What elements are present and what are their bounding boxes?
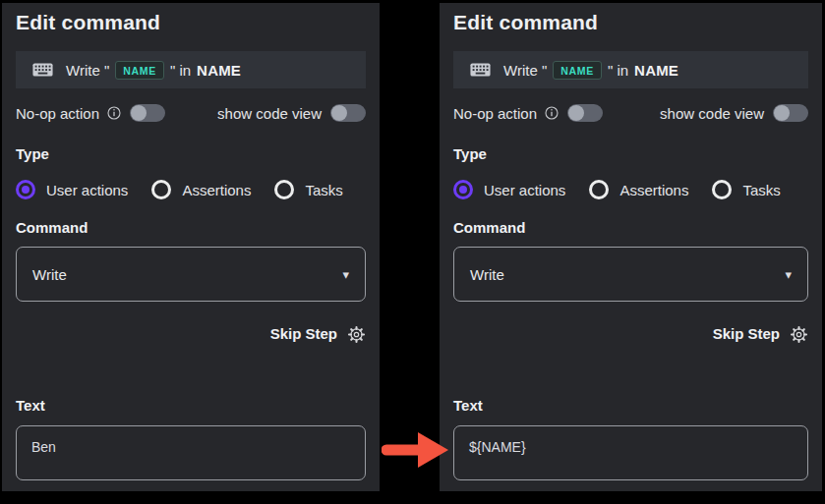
noop-toggle[interactable] <box>567 104 603 122</box>
type-radio-group: User actions Assertions Tasks <box>16 180 366 199</box>
command-target: NAME <box>634 62 678 79</box>
radio-assertions[interactable]: Assertions <box>151 180 251 199</box>
show-code-label: show code view <box>660 105 764 122</box>
skip-step-row: Skip Step <box>16 323 366 345</box>
radio-label: Assertions <box>182 182 251 198</box>
show-code-group: show code view <box>217 104 366 122</box>
noop-label: No-op action <box>16 105 99 122</box>
radio-tasks[interactable]: Tasks <box>712 180 780 199</box>
radio-unselected-icon <box>589 180 609 199</box>
text-input-value: Ben <box>31 439 56 455</box>
show-code-view-toggle[interactable] <box>773 104 808 122</box>
show-code-group: show code view <box>660 104 808 122</box>
command-infix: " in <box>170 62 191 79</box>
radio-user-actions[interactable]: User actions <box>16 180 128 199</box>
text-section-label: Text <box>453 397 808 415</box>
info-icon[interactable] <box>107 106 121 120</box>
text-section-label: Text <box>16 397 366 415</box>
noop-group: No-op action <box>16 104 165 122</box>
show-code-view-toggle[interactable] <box>330 104 366 122</box>
toggle-knob <box>331 105 347 121</box>
toggles-row: No-op action show code view <box>16 102 366 124</box>
command-select[interactable]: Write ▾ <box>16 247 366 302</box>
command-summary-bar: Write " NAME " in NAME <box>16 51 366 88</box>
noop-group: No-op action <box>453 104 603 122</box>
command-summary-text: Write " NAME " in NAME <box>503 61 678 80</box>
gear-icon[interactable] <box>790 325 808 344</box>
dialog-title: Edit command <box>16 10 366 35</box>
noop-label: No-op action <box>453 105 537 122</box>
text-input-value: ${NAME} <box>469 439 526 455</box>
radio-unselected-icon <box>151 180 171 199</box>
type-radio-group: User actions Assertions Tasks <box>453 180 808 199</box>
edit-command-dialog-before: Edit command Write " NAME " in NAME No-o… <box>2 3 380 491</box>
command-target: NAME <box>197 62 241 79</box>
radio-unselected-icon <box>712 180 732 199</box>
command-section-label: Command <box>453 219 808 237</box>
command-select-value: Write <box>32 266 67 283</box>
command-section-label: Command <box>16 219 366 237</box>
radio-label: User actions <box>46 182 128 198</box>
keyboard-icon <box>470 63 491 77</box>
toggle-knob <box>568 105 584 121</box>
dialog-title: Edit command <box>453 10 808 35</box>
radio-label: User actions <box>484 182 565 198</box>
text-input[interactable]: Ben <box>16 425 366 480</box>
command-summary-text: Write " NAME " in NAME <box>66 61 241 80</box>
radio-label: Tasks <box>305 182 342 198</box>
edit-command-dialog-after: Edit command Write " NAME " in NAME No-o… <box>440 3 822 491</box>
gear-icon[interactable] <box>347 325 366 344</box>
toggle-knob <box>774 105 790 121</box>
variable-badge: NAME <box>553 61 602 80</box>
chevron-down-icon: ▾ <box>785 268 792 281</box>
radio-tasks[interactable]: Tasks <box>274 180 342 199</box>
show-code-label: show code view <box>217 105 322 122</box>
skip-step-label: Skip Step <box>713 325 780 343</box>
command-summary-bar: Write " NAME " in NAME <box>453 51 808 88</box>
radio-user-actions[interactable]: User actions <box>453 180 565 199</box>
radio-selected-icon <box>453 180 473 199</box>
info-icon[interactable] <box>545 106 559 120</box>
type-section-label: Type <box>16 145 366 163</box>
radio-selected-icon <box>16 180 35 199</box>
skip-step-label: Skip Step <box>270 325 337 343</box>
radio-assertions[interactable]: Assertions <box>589 180 688 199</box>
type-section-label: Type <box>453 145 808 163</box>
skip-step-row: Skip Step <box>453 323 808 345</box>
radio-unselected-icon <box>274 180 294 199</box>
radio-label: Assertions <box>619 182 688 198</box>
arrow-right-icon <box>382 429 450 475</box>
command-prefix: Write " <box>503 62 547 79</box>
toggles-row: No-op action show code view <box>453 102 808 124</box>
radio-label: Tasks <box>742 182 780 198</box>
command-infix: " in <box>608 62 628 79</box>
variable-badge: NAME <box>115 61 164 80</box>
toggle-knob <box>131 105 147 121</box>
noop-toggle[interactable] <box>130 104 165 122</box>
chevron-down-icon: ▾ <box>342 268 349 281</box>
command-prefix: Write " <box>66 62 109 79</box>
keyboard-icon <box>32 63 53 77</box>
command-select[interactable]: Write ▾ <box>453 247 808 302</box>
text-input[interactable]: ${NAME} <box>453 425 808 480</box>
command-select-value: Write <box>470 266 504 283</box>
